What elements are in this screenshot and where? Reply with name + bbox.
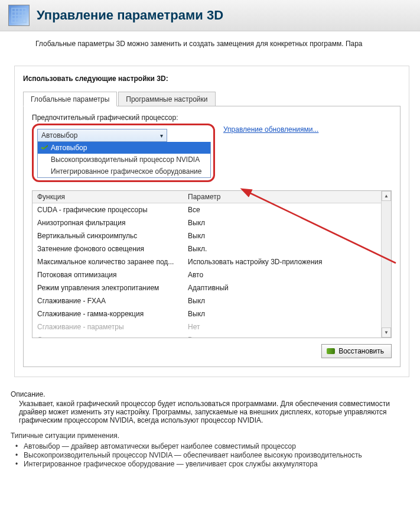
row-feature: Сглаживание - гамма-коррекция xyxy=(32,308,183,320)
page-title: Управление параметрами 3D xyxy=(37,8,223,23)
table-row[interactable]: Максимальное количество заранее под...Ис… xyxy=(32,255,381,268)
header: Управление параметрами 3D xyxy=(0,0,420,31)
tab-global[interactable]: Глобальные параметры xyxy=(23,92,117,106)
gpu-option-auto[interactable]: Автовыбор xyxy=(38,142,210,154)
chevron-down-icon: ▾ xyxy=(160,132,163,139)
row-feature: CUDA - графические процессоры xyxy=(32,204,183,216)
typical-item: Интегрированное графическое оборудование… xyxy=(22,460,407,468)
intro-text: Глобальные параметры 3D можно заменить и… xyxy=(0,31,420,51)
settings-area: Функция Параметр CUDA - графические проц… xyxy=(32,190,392,358)
panel-label: Использовать следующие настройки 3D: xyxy=(23,74,401,83)
tab-program[interactable]: Программные настройки xyxy=(118,92,215,106)
row-feature: Сглаживание - FXAA xyxy=(32,295,183,307)
typical-title: Типичные ситуации применения. xyxy=(11,432,407,440)
typical-section: Типичные ситуации применения. Автовыбор … xyxy=(0,428,420,475)
row-value: Выкл xyxy=(183,295,381,307)
table-row[interactable]: Режим управления электропитаниемАдаптивн… xyxy=(32,281,381,294)
table-row[interactable]: Анизотропная фильтрацияВыкл xyxy=(32,216,381,229)
gpu-option-nvidia[interactable]: Высокопроизводительный процессор NVIDIA xyxy=(38,154,210,166)
list-header: Функция Параметр xyxy=(32,191,381,203)
gpu-combo-value: Автовыбор xyxy=(41,131,77,140)
description-section: Описание. Указывает, какой графический п… xyxy=(0,385,420,428)
gpu-row: Автовыбор ▾ Автовыбор Высокопроизводител… xyxy=(32,124,392,182)
row-value: Выкл. xyxy=(183,243,381,255)
row-feature: Потоковая оптимизация xyxy=(32,269,183,281)
table-row[interactable]: CUDA - графические процессорыВсе xyxy=(32,203,381,216)
row-value: Все xyxy=(183,204,381,216)
description-body: Указывает, какой графический процессор б… xyxy=(11,400,407,424)
app-3d-icon xyxy=(8,5,30,26)
typical-item: Высокопроизводительный процессор NVIDIA … xyxy=(22,451,407,459)
description-title: Описание. xyxy=(11,390,407,398)
typical-item: Автовыбор — драйвер автоматически выбере… xyxy=(22,442,407,450)
scroll-up-icon[interactable]: ▲ xyxy=(382,191,391,201)
tabs: Глобальные параметры Программные настрой… xyxy=(23,91,401,106)
row-value: Выкл xyxy=(183,334,381,338)
restore-button[interactable]: Восстановить xyxy=(321,344,392,358)
col-param: Параметр xyxy=(183,191,381,203)
row-value: Нет xyxy=(183,321,381,333)
row-value: Выкл xyxy=(183,230,381,242)
tab-body: Предпочтительный графический процессор: … xyxy=(23,106,401,367)
row-feature: Вертикальный синхроимпульс xyxy=(32,230,183,242)
row-feature: Затенение фонового освещения xyxy=(32,243,183,255)
table-row[interactable]: Сглаживание - прозрачностьВыкл xyxy=(32,333,381,338)
settings-list: Функция Параметр CUDA - графические проц… xyxy=(32,190,392,338)
table-row[interactable]: Потоковая оптимизацияАвто xyxy=(32,268,381,281)
row-feature: Анизотропная фильтрация xyxy=(32,217,183,229)
row-value: Адаптивный xyxy=(183,282,381,294)
row-feature: Сглаживание - прозрачность xyxy=(32,334,183,338)
scroll-down-icon[interactable]: ▼ xyxy=(382,327,391,338)
restore-button-label: Восстановить xyxy=(338,347,384,355)
row-value: Авто xyxy=(183,269,381,281)
row-value: Выкл xyxy=(183,308,381,320)
scrollbar[interactable]: ▲ ▼ xyxy=(381,191,391,338)
gpu-combo[interactable]: Автовыбор ▾ xyxy=(37,129,167,142)
table-row[interactable]: Сглаживание - гамма-коррекцияВыкл xyxy=(32,307,381,320)
manage-updates-link[interactable]: Управление обновлениями... xyxy=(223,125,318,134)
table-row[interactable]: Вертикальный синхроимпульсВыкл xyxy=(32,229,381,242)
table-row[interactable]: Затенение фонового освещенияВыкл. xyxy=(32,242,381,255)
row-value: Выкл xyxy=(183,217,381,229)
row-value: Использовать настройку 3D-приложения xyxy=(183,256,381,268)
nvidia-icon xyxy=(327,348,335,354)
highlight-box: Автовыбор ▾ Автовыбор Высокопроизводител… xyxy=(32,124,215,182)
table-row[interactable]: Сглаживание - FXAAВыкл xyxy=(32,294,381,307)
row-feature: Режим управления электропитанием xyxy=(32,282,183,294)
table-row[interactable]: Сглаживание - параметрыНет xyxy=(32,320,381,333)
row-feature: Сглаживание - параметры xyxy=(32,321,183,333)
row-feature: Максимальное количество заранее под... xyxy=(32,256,183,268)
gpu-option-integrated[interactable]: Интегрированное графическое оборудование xyxy=(38,166,210,177)
col-feature: Функция xyxy=(32,191,183,203)
gpu-selector-label: Предпочтительный графический процессор: xyxy=(32,113,392,122)
settings-panel: Использовать следующие настройки 3D: Гло… xyxy=(14,66,409,377)
gpu-dropdown: Автовыбор Высокопроизводительный процесс… xyxy=(37,142,211,178)
